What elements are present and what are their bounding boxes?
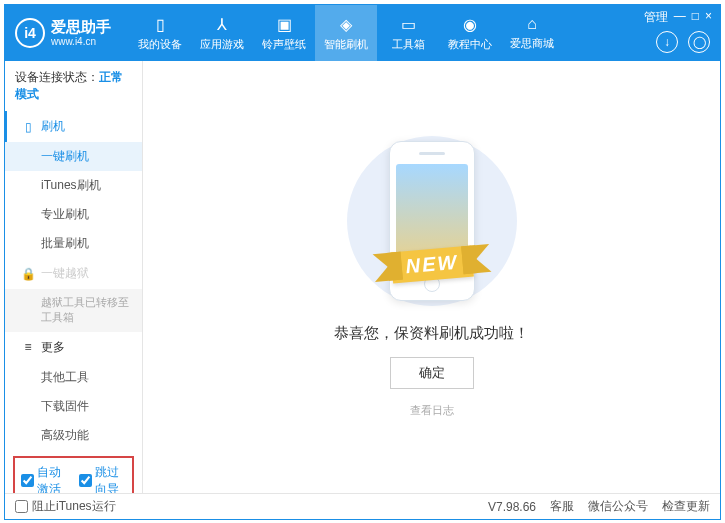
logo: i4 爱思助手 www.i4.cn [15,18,111,48]
phone-icon: ▯ [21,120,35,134]
sidebar-item-download[interactable]: 下载固件 [5,392,142,421]
flash-icon: ◈ [340,15,352,34]
app-window: i4 爱思助手 www.i4.cn ▯我的设备 ⅄应用游戏 ▣铃声壁纸 ◈智能刷… [4,4,721,520]
sidebar-item-batch[interactable]: 批量刷机 [5,229,142,258]
top-nav: ▯我的设备 ⅄应用游戏 ▣铃声壁纸 ◈智能刷机 ▭工具箱 ◉教程中心 ⌂爱思商城 [129,5,563,61]
close-button[interactable]: × [705,9,712,26]
menu-icon: ≡ [21,340,35,354]
view-log-link[interactable]: 查看日志 [410,403,454,418]
nav-flash[interactable]: ◈智能刷机 [315,5,377,61]
download-button[interactable]: ↓ [656,31,678,53]
sidebar-cat-jailbreak[interactable]: 🔒一键越狱 [5,258,142,289]
block-itunes-checkbox[interactable]: 阻止iTunes运行 [15,498,116,515]
lock-icon: 🔒 [21,267,35,281]
ok-button[interactable]: 确定 [390,357,474,389]
jailbreak-note: 越狱工具已转移至工具箱 [5,289,142,332]
connection-status: 设备连接状态：正常模式 [5,61,142,111]
header: i4 爱思助手 www.i4.cn ▯我的设备 ⅄应用游戏 ▣铃声壁纸 ◈智能刷… [5,5,720,61]
success-message: 恭喜您，保资料刷机成功啦！ [334,324,529,343]
user-button[interactable]: ◯ [688,31,710,53]
sidebar-item-advanced[interactable]: 高级功能 [5,421,142,450]
minimize-button[interactable]: — [674,9,686,26]
maximize-button[interactable]: □ [692,9,699,26]
success-illustration: NEW [332,136,532,306]
phone-icon: ▯ [156,15,165,34]
sidebar-item-oneclick[interactable]: 一键刷机 [5,142,142,171]
sidebar-cat-flash[interactable]: ▯刷机 [5,111,142,142]
window-controls: 管理 — □ × [644,9,712,26]
manage-button[interactable]: 管理 [644,9,668,26]
options-highlight: 自动激活 跳过向导 [13,456,134,493]
nav-ringtones[interactable]: ▣铃声壁纸 [253,5,315,61]
apps-icon: ⅄ [217,15,227,34]
nav-toolbox[interactable]: ▭工具箱 [377,5,439,61]
wechat-link[interactable]: 微信公众号 [588,498,648,515]
app-url: www.i4.cn [51,36,111,47]
main-content: NEW 恭喜您，保资料刷机成功啦！ 确定 查看日志 [143,61,720,493]
wallpaper-icon: ▣ [277,15,292,34]
footer: 阻止iTunes运行 V7.98.66 客服 微信公众号 检查更新 [5,493,720,519]
nav-tutorials[interactable]: ◉教程中心 [439,5,501,61]
skip-guide-checkbox[interactable]: 跳过向导 [79,464,127,493]
sidebar-item-itunes[interactable]: iTunes刷机 [5,171,142,200]
sidebar-item-other[interactable]: 其他工具 [5,363,142,392]
auto-activate-checkbox[interactable]: 自动激活 [21,464,69,493]
nav-store[interactable]: ⌂爱思商城 [501,5,563,61]
sidebar: 设备连接状态：正常模式 ▯刷机 一键刷机 iTunes刷机 专业刷机 批量刷机 … [5,61,143,493]
toolbox-icon: ▭ [401,15,416,34]
tutorial-icon: ◉ [463,15,477,34]
sidebar-cat-more[interactable]: ≡更多 [5,332,142,363]
update-link[interactable]: 检查更新 [662,498,710,515]
service-link[interactable]: 客服 [550,498,574,515]
nav-apps[interactable]: ⅄应用游戏 [191,5,253,61]
logo-icon: i4 [15,18,45,48]
nav-my-device[interactable]: ▯我的设备 [129,5,191,61]
store-icon: ⌂ [527,15,537,33]
sidebar-item-pro[interactable]: 专业刷机 [5,200,142,229]
app-name: 爱思助手 [51,19,111,36]
version-label: V7.98.66 [488,500,536,514]
